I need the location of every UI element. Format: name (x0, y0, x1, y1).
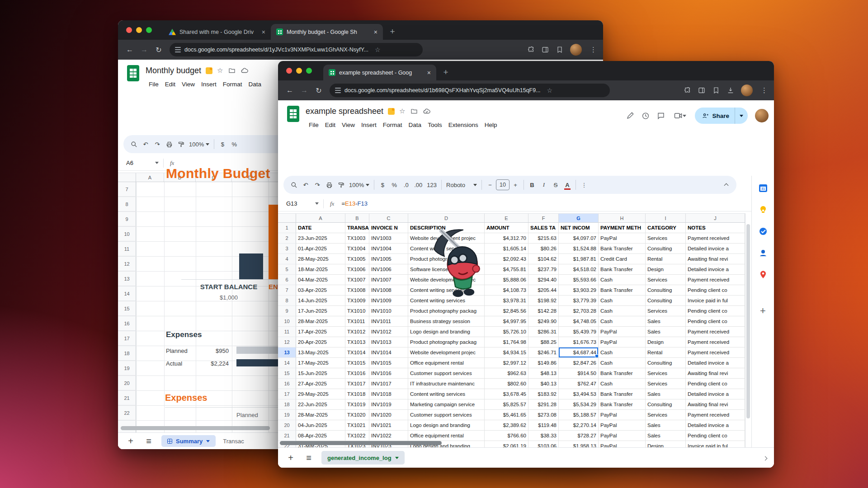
scroll-sheets-right-icon[interactable] (764, 454, 767, 462)
cell-F10[interactable]: $249.90 (528, 316, 559, 327)
close-tab-icon[interactable]: × (427, 69, 431, 76)
print-icon[interactable] (163, 138, 175, 150)
new-tab-button[interactable]: + (440, 66, 452, 78)
font-size-input[interactable]: 10 (496, 179, 509, 190)
all-sheets-icon[interactable]: ≡ (143, 436, 154, 446)
cell-G5[interactable]: $4,518.02 (559, 264, 599, 275)
cell-C10[interactable]: INV1011 (369, 316, 408, 327)
cell-A8[interactable]: 14-Jun-2025 (296, 296, 345, 306)
cell-D19[interactable]: Customer support services (408, 410, 485, 420)
menu-extensions[interactable]: Extensions (445, 121, 481, 129)
cell-H2[interactable]: PayPal (599, 233, 646, 244)
number-format-button[interactable]: 123 (425, 178, 439, 191)
row-header-10[interactable]: 10 (118, 227, 136, 241)
row-header-13[interactable]: 13 (278, 347, 296, 358)
cell-F4[interactable]: $104.62 (528, 254, 559, 264)
col-header-C[interactable]: C (369, 214, 408, 222)
cell-I3[interactable]: Consulting (646, 244, 686, 254)
side-panel-icon[interactable] (698, 86, 706, 94)
document-title[interactable]: Monthly budget (146, 66, 201, 75)
row-header-12[interactable]: 12 (118, 257, 136, 271)
cell-H12[interactable]: PayPal (599, 337, 646, 347)
cell-G18[interactable]: $5,534.29 (559, 399, 599, 410)
row-header-9[interactable]: 9 (278, 306, 296, 316)
zoom-window-button[interactable] (306, 68, 312, 74)
cell-F3[interactable]: $80.26 (528, 244, 559, 254)
forward-icon[interactable]: → (297, 83, 311, 98)
menu-insert[interactable]: Insert (198, 80, 220, 89)
formula-input[interactable]: =E13-F13 (341, 200, 367, 207)
row-header-18[interactable]: 18 (278, 399, 296, 410)
extensions-icon[interactable] (527, 46, 535, 54)
cell-I13[interactable]: Rental (646, 347, 686, 358)
cell-J5[interactable]: Detailed invoice a (686, 264, 745, 275)
cell-H7[interactable]: Bank Transfer (599, 285, 646, 296)
reload-icon[interactable]: ↻ (311, 83, 326, 98)
menu-edit[interactable]: Edit (322, 121, 339, 129)
cell-F9[interactable]: $142.28 (528, 306, 559, 316)
menu-insert[interactable]: Insert (358, 121, 380, 129)
cell-G21[interactable]: $728.27 (559, 431, 599, 441)
cell-C12[interactable]: INV1013 (369, 337, 408, 347)
cell-E3[interactable]: $1,605.14 (485, 244, 528, 254)
row-header-19[interactable]: 19 (118, 361, 136, 375)
cell-F1[interactable]: SALES TA (528, 223, 559, 233)
cell-F16[interactable]: $40.13 (528, 379, 559, 389)
col-header-B[interactable]: B (345, 214, 369, 222)
cell-I18[interactable]: Consulting (646, 399, 686, 410)
sheet-tab-summary[interactable]: Summary (161, 435, 216, 447)
sheets-logo[interactable] (127, 65, 139, 81)
cell-I4[interactable]: Rental (646, 254, 686, 264)
cell-B21[interactable]: TX1022 (345, 431, 369, 441)
cell-I21[interactable]: Sales (646, 431, 686, 441)
decrease-font-size-button[interactable]: − (484, 178, 496, 191)
version-history-icon[interactable] (642, 112, 650, 120)
cell-F5[interactable]: $237.79 (528, 264, 559, 275)
row-header-10[interactable]: 10 (278, 316, 296, 327)
cell-C2[interactable]: INV1003 (369, 233, 408, 244)
back-icon[interactable]: ← (283, 83, 297, 98)
browser-profile-avatar[interactable] (741, 84, 753, 96)
cell-E1[interactable]: AMOUNT (485, 223, 528, 233)
cell-C9[interactable]: INV1010 (369, 306, 408, 316)
cell-J17[interactable]: Detailed invoice a (686, 389, 745, 399)
cell-J7[interactable]: Pending client co (686, 285, 745, 296)
cell-C6[interactable]: INV1007 (369, 275, 408, 285)
cell-B17[interactable]: TX1018 (345, 389, 369, 399)
document-title[interactable]: example spreadsheet (306, 107, 383, 116)
cell-D16[interactable]: IT infrastructure maintenanc (408, 379, 485, 389)
col-header-G[interactable]: G (559, 214, 599, 222)
cell-D13[interactable]: Website development projec (408, 347, 485, 358)
row-header-13[interactable]: 13 (118, 272, 136, 286)
menu-view[interactable]: View (179, 80, 198, 89)
cell-E5[interactable]: $4,755.81 (485, 264, 528, 275)
menu-file[interactable]: File (146, 80, 162, 89)
cell-E10[interactable]: $4,997.95 (485, 316, 528, 327)
row-header-20[interactable]: 20 (118, 376, 136, 390)
cell-F21[interactable]: $38.33 (528, 431, 559, 441)
cell-D11[interactable]: Logo design and branding (408, 327, 485, 337)
cell-B7[interactable]: TX1008 (345, 285, 369, 296)
cell-B13[interactable]: TX1014 (345, 347, 369, 358)
redo-icon[interactable]: ↷ (311, 178, 323, 191)
row-header-5[interactable]: 5 (278, 264, 296, 275)
paint-format-icon[interactable] (335, 178, 347, 191)
zoom-window-button[interactable] (146, 27, 152, 33)
search-icon[interactable] (288, 178, 300, 191)
row-header-6[interactable]: 6 (278, 275, 296, 285)
cell-D10[interactable]: Business strategy session (408, 316, 485, 327)
cell-I5[interactable]: Design (646, 264, 686, 275)
col-header-F[interactable]: F (528, 214, 559, 222)
cell-E11[interactable]: $5,726.10 (485, 327, 528, 337)
cell-C8[interactable]: INV1009 (369, 296, 408, 306)
row-header-7[interactable]: 7 (118, 182, 136, 197)
menu-data[interactable]: Data (406, 121, 425, 129)
cell-B14[interactable]: TX1015 (345, 358, 369, 368)
col-header-A[interactable]: A (296, 214, 345, 222)
cell-F19[interactable]: $273.08 (528, 410, 559, 420)
name-box[interactable]: G13 (278, 200, 323, 207)
cell-D17[interactable]: Content writing services (408, 389, 485, 399)
cell-B18[interactable]: TX1019 (345, 399, 369, 410)
cell-G3[interactable]: $1,524.88 (559, 244, 599, 254)
row-header-11[interactable]: 11 (278, 327, 296, 337)
